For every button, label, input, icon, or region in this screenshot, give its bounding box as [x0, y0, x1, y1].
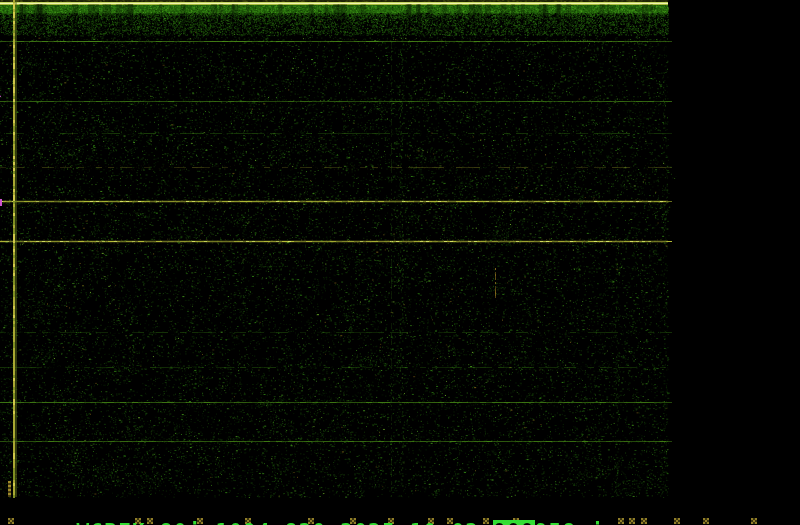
grabber-spectrogram-image: W6REK-80j 2025-10-02--00-00-00 3569850+-… — [0, 0, 800, 525]
left-label-pre: W6REK-80j 2025-10-02-- — [0, 31, 2, 198]
filename-inverted: 000 — [493, 520, 535, 525]
filename-post: 958.jpg — [535, 520, 632, 525]
spectrogram-canvas — [0, 0, 800, 525]
frequency-axis-label: W6REK-80j 2025-10-02--00-00-00 3569850+-… — [0, 1, 13, 358]
left-label-post: 0-00-00 3569850+-150 — [0, 206, 2, 358]
filename-pre: W6REK-80j.1094x820.2025-10-02- — [77, 520, 494, 525]
filename-caption: W6REK-80j.1094x820.2025-10-02-000958.jpg — [21, 501, 632, 525]
